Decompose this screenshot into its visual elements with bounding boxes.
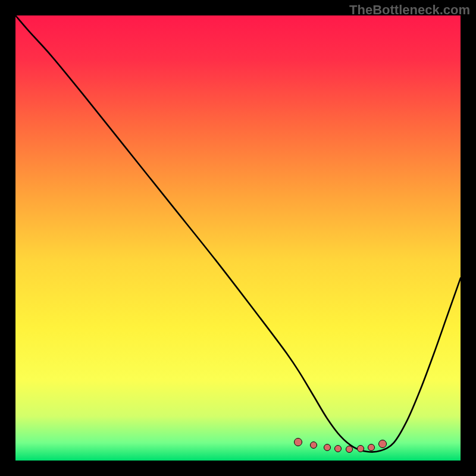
data-dot: [378, 440, 387, 448]
data-dot: [334, 445, 342, 452]
data-dot: [324, 444, 331, 451]
data-dot: [310, 441, 317, 449]
plot-area: [15, 15, 461, 461]
bottleneck-curve: [15, 15, 461, 452]
watermark-text: TheBottleneck.com: [349, 2, 470, 18]
curve-layer: [15, 15, 461, 461]
data-dot: [346, 446, 353, 453]
data-dot: [368, 444, 375, 451]
data-dot: [357, 445, 364, 452]
chart-container: TheBottleneck.com: [0, 0, 476, 476]
data-dot: [294, 438, 302, 446]
